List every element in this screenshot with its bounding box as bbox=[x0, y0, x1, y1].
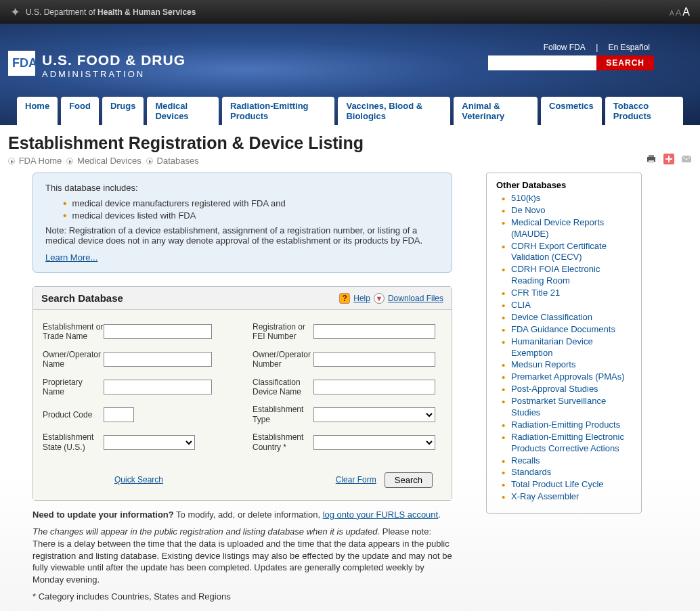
site-subtitle: ADMINISTRATION bbox=[42, 69, 185, 79]
odb-link[interactable]: 510(k)s bbox=[511, 193, 540, 203]
select-est-state[interactable] bbox=[104, 435, 195, 450]
odb-item: 510(k)s bbox=[496, 193, 632, 204]
search-button[interactable]: Search bbox=[385, 472, 433, 488]
input-owner-num[interactable] bbox=[313, 352, 435, 367]
odb-item: Medsun Reports bbox=[496, 359, 632, 371]
fda-logo-block[interactable]: FDA U.S. FOOD & DRUG ADMINISTRATION bbox=[8, 51, 185, 79]
font-size-controls[interactable]: AAA bbox=[668, 6, 690, 18]
odb-item: CDRH Export Certificate Validation (CECV… bbox=[496, 241, 632, 264]
odb-link[interactable]: Radiation-Emitting Products bbox=[511, 420, 620, 430]
select-est-country[interactable] bbox=[313, 435, 435, 450]
need-update-label: Need to update your information? bbox=[32, 510, 174, 520]
input-owner-name[interactable] bbox=[104, 352, 212, 367]
nav-radiation[interactable]: Radiation-Emitting Products bbox=[222, 97, 334, 125]
download-files-link[interactable]: Download Files bbox=[388, 294, 443, 303]
hhs-seal-icon: ✦ bbox=[10, 5, 20, 20]
fda-banner: FDA U.S. FOOD & DRUG ADMINISTRATION Foll… bbox=[0, 24, 700, 125]
label-est-name: Establishment or Trade Name bbox=[43, 322, 104, 342]
nav-cosmetics[interactable]: Cosmetics bbox=[541, 97, 602, 125]
odb-link[interactable]: Standards bbox=[511, 467, 551, 477]
nav-tobacco[interactable]: Tobacco Products bbox=[605, 97, 683, 125]
quick-search-link[interactable]: Quick Search bbox=[114, 475, 163, 484]
nav-medical-devices[interactable]: Medical Devices bbox=[147, 97, 219, 125]
odb-link[interactable]: X-Ray Assembler bbox=[511, 491, 579, 501]
bc-databases: Databases bbox=[157, 156, 199, 166]
input-class-name[interactable] bbox=[313, 380, 435, 394]
odb-link[interactable]: Humanitarian Device Exemption bbox=[511, 336, 593, 358]
odb-item: CFR Title 21 bbox=[496, 288, 632, 299]
fda-logo: FDA bbox=[8, 51, 35, 76]
search-database-panel: Search Database ? Help ▼ Download Files … bbox=[32, 286, 452, 501]
odb-link[interactable]: CDRH FOIA Electronic Reading Room bbox=[511, 264, 600, 286]
print-icon[interactable] bbox=[646, 154, 657, 164]
label-reg-num: Registration or FEI Number bbox=[253, 322, 313, 342]
help-link[interactable]: Help bbox=[353, 294, 370, 303]
input-reg-num[interactable] bbox=[313, 324, 435, 339]
odb-item: Total Product Life Cycle bbox=[496, 479, 632, 491]
bc-medical-devices[interactable]: Medical Devices bbox=[77, 156, 141, 166]
label-prop-name: Proprietary Name bbox=[43, 378, 104, 397]
learn-more-link[interactable]: Learn More... bbox=[45, 252, 97, 263]
odb-link[interactable]: Medical Device Reports (MAUDE) bbox=[511, 217, 604, 239]
label-prod-code: Product Code bbox=[43, 410, 104, 420]
select-est-type[interactable] bbox=[313, 407, 435, 422]
follow-fda-link[interactable]: Follow FDA bbox=[544, 43, 586, 52]
site-title: U.S. FOOD & DRUG bbox=[42, 51, 185, 68]
site-search-input[interactable] bbox=[488, 55, 596, 70]
info-lead: This database includes: bbox=[45, 183, 439, 193]
odb-item: X-Ray Assembler bbox=[496, 491, 632, 503]
main-nav: Home Food Drugs Medical Devices Radiatio… bbox=[0, 97, 700, 125]
odb-item: Recalls bbox=[496, 455, 632, 467]
input-prod-code[interactable] bbox=[104, 407, 134, 422]
nav-drugs[interactable]: Drugs bbox=[102, 97, 144, 125]
label-est-type: Establishment Type bbox=[253, 405, 313, 424]
info-bullet-1: medical device manufacturers registered … bbox=[63, 197, 439, 209]
other-databases-title: Other Databases bbox=[496, 180, 632, 190]
bc-fda-home[interactable]: FDA Home bbox=[19, 156, 62, 166]
nav-vaccines[interactable]: Vaccines, Blood & Biologics bbox=[338, 97, 450, 125]
odb-item: Standards bbox=[496, 467, 632, 478]
input-est-name[interactable] bbox=[104, 324, 212, 339]
download-icon[interactable]: ▼ bbox=[374, 293, 385, 304]
odb-link[interactable]: Post-Approval Studies bbox=[511, 384, 598, 394]
odb-item: CDRH FOIA Electronic Reading Room bbox=[496, 264, 632, 287]
nav-animal[interactable]: Animal & Veterinary bbox=[454, 97, 538, 125]
odb-link[interactable]: Medsun Reports bbox=[511, 359, 575, 369]
odb-link[interactable]: Radiation-Emitting Electronic Products C… bbox=[511, 432, 624, 453]
odb-item: Postmarket Surveillance Studies bbox=[496, 396, 632, 419]
odb-link[interactable]: CFR Title 21 bbox=[511, 288, 560, 298]
help-icon[interactable]: ? bbox=[339, 293, 350, 304]
odb-item: Radiation-Emitting Products bbox=[496, 420, 632, 431]
clear-form-link[interactable]: Clear Form bbox=[336, 475, 376, 484]
nav-home[interactable]: Home bbox=[17, 97, 58, 125]
odb-item: Post-Approval Studies bbox=[496, 384, 632, 395]
odb-link[interactable]: Premarket Approvals (PMAs) bbox=[511, 371, 625, 382]
share-icon[interactable] bbox=[663, 154, 674, 164]
odb-item: Radiation-Emitting Electronic Products C… bbox=[496, 432, 632, 455]
nav-food[interactable]: Food bbox=[61, 97, 99, 125]
en-espanol-link[interactable]: En Español bbox=[609, 43, 650, 52]
site-search-button[interactable]: SEARCH bbox=[596, 55, 654, 70]
odb-item: Premarket Approvals (PMAs) bbox=[496, 371, 632, 383]
label-class-name: Classification Device Name bbox=[253, 378, 313, 397]
input-prop-name[interactable] bbox=[104, 380, 212, 394]
odb-link[interactable]: De Novo bbox=[511, 205, 546, 215]
label-owner-name: Owner/Operator Name bbox=[43, 350, 104, 369]
other-databases-box: Other Databases 510(k)sDe NovoMedical De… bbox=[486, 173, 642, 514]
odb-item: FDA Guidance Documents bbox=[496, 324, 632, 336]
svg-rect-1 bbox=[649, 155, 654, 157]
odb-link[interactable]: Recalls bbox=[511, 455, 540, 466]
hhs-label[interactable]: U.S. Department of Health & Human Servic… bbox=[26, 7, 196, 17]
odb-link[interactable]: CLIA bbox=[511, 300, 531, 310]
odb-link[interactable]: Total Product Life Cycle bbox=[511, 479, 604, 489]
furls-link[interactable]: log onto your FURLS account bbox=[323, 510, 439, 520]
odb-link[interactable]: FDA Guidance Documents bbox=[511, 324, 615, 334]
odb-link[interactable]: CDRH Export Certificate Validation (CECV… bbox=[511, 241, 607, 263]
label-est-state: Establishment State (U.S.) bbox=[43, 432, 104, 452]
svg-rect-2 bbox=[649, 160, 654, 163]
email-icon[interactable] bbox=[681, 154, 692, 164]
odb-link[interactable]: Device Classification bbox=[511, 312, 592, 322]
category-note: * Category includes Countries, States an… bbox=[32, 591, 452, 603]
odb-link[interactable]: Postmarket Surveillance Studies bbox=[511, 396, 606, 417]
odb-item: CLIA bbox=[496, 300, 632, 311]
